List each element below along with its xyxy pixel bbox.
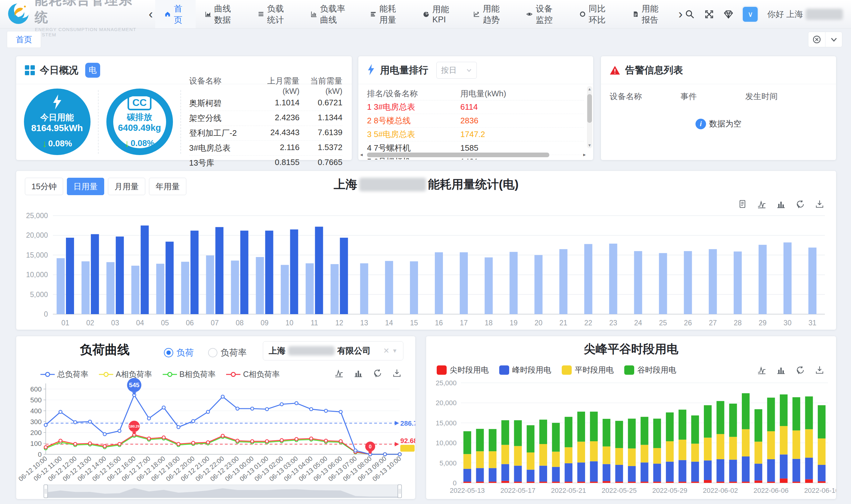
load-chart-svg: 0100200300400500600286.7792.68545180.290… <box>16 376 415 499</box>
nav-item-curve-data[interactable]: 曲线数据 <box>196 0 248 28</box>
nav-item-label: 首页 <box>174 3 186 25</box>
top-actions: ∨ 你好 上海 <box>685 0 851 28</box>
ranking-name: 1 3#电房总表 <box>367 102 461 112</box>
user-dropdown-button[interactable]: ∨ <box>743 7 758 22</box>
company-select[interactable]: 上海 有限公司 ✕ ▼ <box>263 341 403 360</box>
app-title: 能耗综合管理系统 <box>35 0 138 26</box>
scrollbar-thumb[interactable] <box>587 94 592 123</box>
refresh-icon[interactable] <box>796 365 805 375</box>
nav-item-device-monitor[interactable]: 设备监控 <box>517 0 570 28</box>
table-header-cell: 上月需量(kW) <box>256 75 299 96</box>
svg-text:19: 19 <box>509 319 518 327</box>
svg-text:25,000: 25,000 <box>26 212 48 220</box>
nav-item-label: 用能报告 <box>642 3 666 25</box>
arrow-down-icon: ↓ <box>42 138 47 149</box>
ranking-row[interactable]: 3 5#电房总表1747.2 <box>367 128 584 141</box>
nav-scroll-right-icon[interactable]: › <box>676 7 685 21</box>
nav-item-energy-trend[interactable]: 用能趋势 <box>464 0 517 28</box>
datazoom-handle[interactable] <box>44 485 48 498</box>
svg-text:13: 13 <box>360 319 368 327</box>
svg-text:18: 18 <box>485 319 493 327</box>
legend-item-平时段用电[interactable]: 平时段用电 <box>562 365 614 375</box>
table-cell: 1.5372 <box>305 143 343 154</box>
nav-item-load-rate-curve[interactable]: 负载率曲线 <box>301 0 361 28</box>
tou-card-title: 尖峰平谷时段用电 <box>426 341 836 357</box>
nav-item-home[interactable]: 首页 <box>155 0 195 28</box>
svg-text:23: 23 <box>609 319 618 327</box>
datazoom-slider[interactable] <box>44 485 402 498</box>
load-card-title: 负荷曲线 <box>80 341 130 358</box>
datazoom-handle[interactable] <box>398 485 402 498</box>
radio-label: 负荷 <box>176 347 194 359</box>
nav-scroll-left-icon[interactable]: ‹ <box>146 7 155 21</box>
table-row: 登利加工厂-224.43437.6139 <box>189 126 343 141</box>
svg-text:0: 0 <box>369 444 372 449</box>
line-chart-icon[interactable] <box>757 199 766 209</box>
scroll-up-icon[interactable]: ▲ <box>588 87 592 91</box>
nav-item-energy-report[interactable]: 用能报告 <box>623 0 676 28</box>
svg-text:20: 20 <box>534 319 542 327</box>
nav-item-energy-usage[interactable]: 能耗用量 <box>361 0 414 28</box>
legend-item-尖时段用电[interactable]: 尖时段用电 <box>437 365 489 375</box>
energy-usage-chart-card: 15分钟日用量月用量年用量 上海 能耗用量统计(电) 05,00010,0001… <box>16 171 836 330</box>
tab-home[interactable]: 首页 <box>7 31 41 48</box>
nav-item-compare[interactable]: 同比环比 <box>570 0 623 28</box>
svg-text:545: 545 <box>129 382 139 389</box>
electric-badge[interactable]: 电 <box>85 63 100 78</box>
table-header-row: 设备名称上月需量(kW)当前需量(kW) <box>189 74 343 96</box>
radio-ring <box>164 348 173 357</box>
download-icon[interactable] <box>815 199 824 209</box>
horizontal-scrollbar[interactable]: ◂ ▸ <box>367 152 579 158</box>
ranking-period-select[interactable]: 按日 <box>436 62 477 78</box>
bar-chart-icon[interactable] <box>776 199 786 209</box>
search-icon[interactable] <box>685 9 695 19</box>
data-view-icon[interactable] <box>738 199 747 209</box>
warning-icon <box>610 66 620 75</box>
nav-item-energy-kpi[interactable]: 用能KPI <box>414 0 464 28</box>
download-icon[interactable] <box>815 365 824 375</box>
clear-icon[interactable]: ✕ <box>383 346 389 355</box>
carbon-delta: ↓ 0.08% <box>124 138 154 149</box>
svg-text:04: 04 <box>136 319 144 327</box>
table-cell: 0.8155 <box>256 158 299 168</box>
legend-item-谷时段用电[interactable]: 谷时段用电 <box>624 365 676 375</box>
scrollbar-thumb[interactable] <box>367 152 549 157</box>
ranking-value: 1585 <box>461 143 584 153</box>
svg-text:06: 06 <box>186 319 194 327</box>
chevron-down-icon[interactable]: ▼ <box>392 348 398 354</box>
scroll-left-icon[interactable]: ◂ <box>360 151 363 158</box>
svg-text:24: 24 <box>634 319 642 327</box>
alarm-list-card: 告警信息列表 设备名称事件发生时间 i 数据为空 <box>601 56 836 160</box>
svg-text:2022-05-29: 2022-05-29 <box>652 487 688 494</box>
table-row: 奥斯柯碧1.10140.6721 <box>189 96 343 111</box>
radio-负荷率[interactable]: 负荷率 <box>208 347 247 359</box>
svg-text:01: 01 <box>61 319 69 327</box>
svg-text:05: 05 <box>161 319 169 327</box>
fullscreen-icon[interactable] <box>704 9 714 19</box>
svg-text:2022-06-10: 2022-06-10 <box>804 487 836 494</box>
carbon-wrap: CC 碳排放 6409.49kg ↓ 0.08% <box>99 89 180 155</box>
close-circle-icon[interactable] <box>809 32 825 47</box>
radio-负荷[interactable]: 负荷 <box>164 347 194 359</box>
nav-item-label: 设备监控 <box>536 3 561 25</box>
svg-text:27: 27 <box>709 319 717 327</box>
legend-item-峰时段用电[interactable]: 峰时段用电 <box>499 365 551 375</box>
svg-text:28: 28 <box>734 319 742 327</box>
diamond-icon[interactable] <box>724 9 733 19</box>
svg-text:16: 16 <box>435 319 443 327</box>
vertical-scrollbar[interactable]: ▲ ▼ <box>587 86 592 148</box>
line-chart-icon[interactable] <box>757 365 766 375</box>
table-cell: 3#电房总表 <box>189 143 256 154</box>
svg-text:2022-06-02: 2022-06-02 <box>703 487 738 494</box>
stacked-lines-icon <box>370 10 376 18</box>
refresh-icon[interactable] <box>796 199 805 209</box>
nav-item-load-stats[interactable]: 负载统计 <box>248 0 301 28</box>
chevron-down-icon[interactable] <box>825 32 842 47</box>
ranking-row[interactable]: 1 3#电房总表6114 <box>367 101 584 114</box>
ranking-row[interactable]: 2 8号楼总线2836 <box>367 114 584 128</box>
scroll-right-icon[interactable]: ▸ <box>583 151 586 158</box>
ranking-value: 2836 <box>461 116 584 126</box>
table-cell: 13号库 <box>189 158 256 168</box>
scroll-down-icon[interactable]: ▼ <box>588 143 592 148</box>
bar-chart-icon[interactable] <box>776 365 786 375</box>
